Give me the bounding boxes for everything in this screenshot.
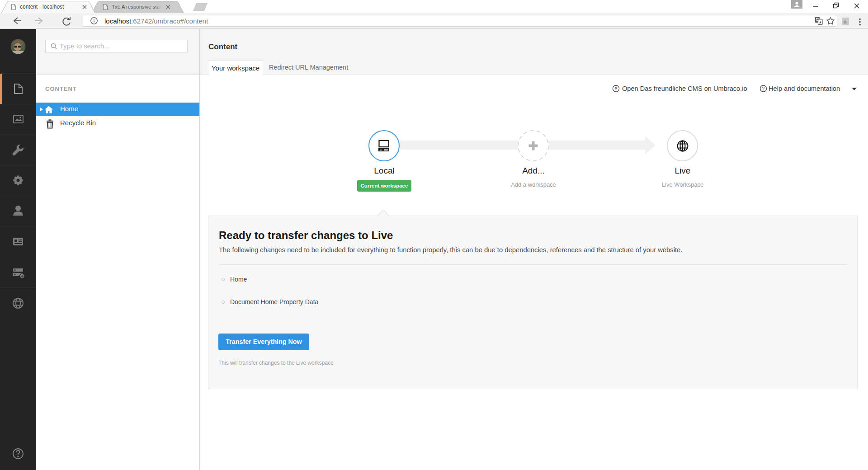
svg-text:content - localhost: content - localhost — [20, 4, 64, 10]
svg-text:?: ? — [762, 86, 765, 91]
